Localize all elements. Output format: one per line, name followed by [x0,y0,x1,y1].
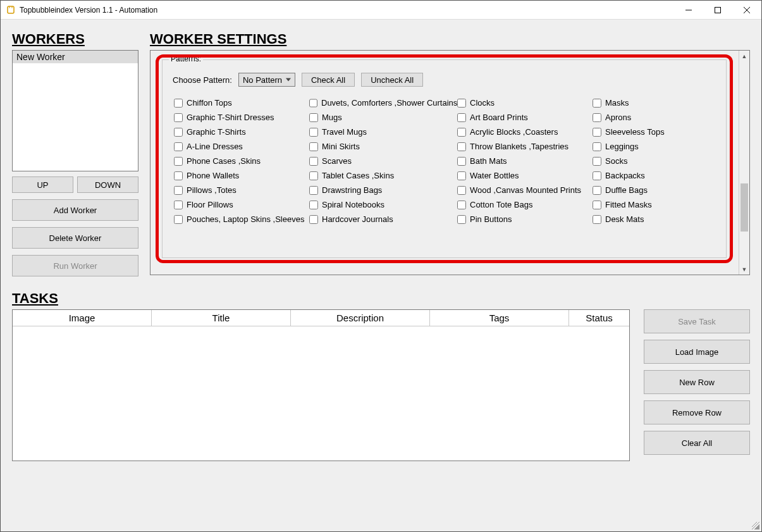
pattern-checkbox[interactable]: Duvets, Comforters ,Shower Curtains [309,98,455,108]
choose-pattern-label: Choose Pattern: [173,75,232,85]
pattern-checkbox[interactable]: Pouches, Laptop Skins ,Sleeves [174,214,307,224]
pattern-checkbox[interactable]: Bath Mats [457,156,590,166]
pattern-checkbox[interactable]: Throw Blankets ,Tapestries [457,142,590,151]
check-all-button[interactable]: Check All [302,73,355,87]
pattern-checkbox[interactable]: Scarves [309,156,455,166]
pattern-checkbox[interactable]: A-Line Dresses [174,142,307,151]
pattern-checkbox[interactable]: Backpacks [593,171,700,180]
save-task-button[interactable]: Save Task [644,309,750,333]
uncheck-all-button[interactable]: Uncheck All [361,73,423,87]
pattern-checkbox[interactable]: Drawstring Bags [309,185,455,195]
column-status[interactable]: Status [569,310,629,326]
worker-list-item[interactable]: New Worker [13,51,138,63]
load-image-button[interactable]: Load Image [644,340,750,364]
remove-row-button[interactable]: Remove Row [644,400,750,424]
workers-panel: WORKERS New Worker UP DOWN Add Worker De… [12,31,138,276]
settings-scrollbar[interactable]: ▲ ▼ [739,51,749,275]
pattern-checkbox[interactable]: Masks [593,98,700,108]
worker-down-button[interactable]: DOWN [77,176,138,193]
pattern-checkbox[interactable]: Art Board Prints [457,113,590,122]
pattern-checkbox-grid: Chiffon Tops Duvets, Comforters ,Shower … [163,90,726,228]
worker-up-button[interactable]: UP [12,176,73,193]
pattern-checkbox[interactable]: Tablet Cases ,Skins [309,171,455,180]
content-area: WORKERS New Worker UP DOWN Add Worker De… [1,20,761,531]
pattern-checkbox[interactable]: Graphic T-Shirts [174,127,307,137]
tasks-table[interactable]: Image Title Description Tags Status [12,309,630,461]
close-button[interactable] [732,1,761,20]
pattern-checkbox[interactable]: Pin Buttons [457,214,590,224]
pattern-checkbox[interactable]: Spiral Notebooks [309,200,455,209]
window-title: Topbubbleindex Version 1.1 - Automation [20,6,674,15]
resize-grip-icon[interactable] [752,522,759,529]
pattern-checkbox[interactable]: Wood ,Canvas Mounted Prints [457,185,590,195]
workers-heading: WORKERS [12,31,138,47]
tasks-section: TASKS Image Title Description Tags Statu… [12,290,750,461]
new-row-button[interactable]: New Row [644,370,750,394]
clear-all-button[interactable]: Clear All [644,431,750,455]
pattern-checkbox[interactable]: Clocks [457,98,590,108]
pattern-checkbox[interactable]: Graphic T-Shirt Dresses [174,113,307,122]
pattern-checkbox[interactable]: Hardcover Journals [309,214,455,224]
app-window: Topbubbleindex Version 1.1 - Automation … [0,0,762,532]
pattern-checkbox[interactable]: Phone Cases ,Skins [174,156,307,166]
pattern-checkbox[interactable]: Desk Mats [593,214,700,224]
patterns-groupbox: Patterns: Choose Pattern: No Pattern Che… [162,59,727,258]
pattern-checkbox[interactable]: Aprons [593,113,700,122]
scroll-down-icon[interactable]: ▼ [739,264,749,275]
pattern-checkbox[interactable]: Leggings [593,142,700,151]
pattern-checkbox[interactable]: Chiffon Tops [174,98,307,108]
settings-panel: WORKER SETTINGS Patterns: Choose Pattern… [150,31,750,275]
titlebar: Topbubbleindex Version 1.1 - Automation [1,1,761,20]
settings-heading: WORKER SETTINGS [150,31,750,47]
pattern-checkbox[interactable]: Floor Pillows [174,200,307,209]
tasks-buttons: Save Task Load Image New Row Remove Row … [644,290,750,461]
column-title[interactable]: Title [152,310,291,326]
svg-rect-0 [8,6,14,13]
column-description[interactable]: Description [291,310,430,326]
pattern-checkbox[interactable]: Acrylic Blocks ,Coasters [457,127,590,137]
pattern-checkbox[interactable]: Fitted Masks [593,200,700,209]
pattern-checkbox[interactable]: Pillows ,Totes [174,185,307,195]
minimize-button[interactable] [674,1,703,20]
pattern-checkbox[interactable]: Travel Mugs [309,127,455,137]
pattern-checkbox[interactable]: Socks [593,156,700,166]
pattern-select-value: No Pattern [243,75,282,85]
run-worker-button[interactable]: Run Worker [12,255,138,276]
patterns-legend: Patterns: [169,54,203,63]
tasks-table-header: Image Title Description Tags Status [13,310,629,326]
scroll-thumb[interactable] [740,183,748,232]
pattern-checkbox[interactable]: Cotton Tote Bags [457,200,590,209]
tasks-heading: TASKS [12,290,630,307]
add-worker-button[interactable]: Add Worker [12,199,138,221]
pattern-checkbox[interactable]: Mugs [309,113,455,122]
settings-scrollpane: Patterns: Choose Pattern: No Pattern Che… [150,50,750,275]
app-icon [6,5,16,15]
pattern-select[interactable]: No Pattern [238,73,295,87]
worker-list[interactable]: New Worker [12,50,138,171]
maximize-button[interactable] [703,1,732,20]
svg-rect-4 [715,7,721,13]
pattern-checkbox[interactable]: Sleeveless Tops [593,127,700,137]
pattern-checkbox[interactable]: Mini Skirts [309,142,455,151]
scroll-up-icon[interactable]: ▲ [739,51,749,61]
pattern-checkbox[interactable]: Phone Wallets [174,171,307,180]
column-tags[interactable]: Tags [430,310,569,326]
delete-worker-button[interactable]: Delete Worker [12,227,138,249]
pattern-checkbox[interactable]: Duffle Bags [593,185,700,195]
column-image[interactable]: Image [13,310,152,326]
pattern-checkbox[interactable]: Water Bottles [457,171,590,180]
